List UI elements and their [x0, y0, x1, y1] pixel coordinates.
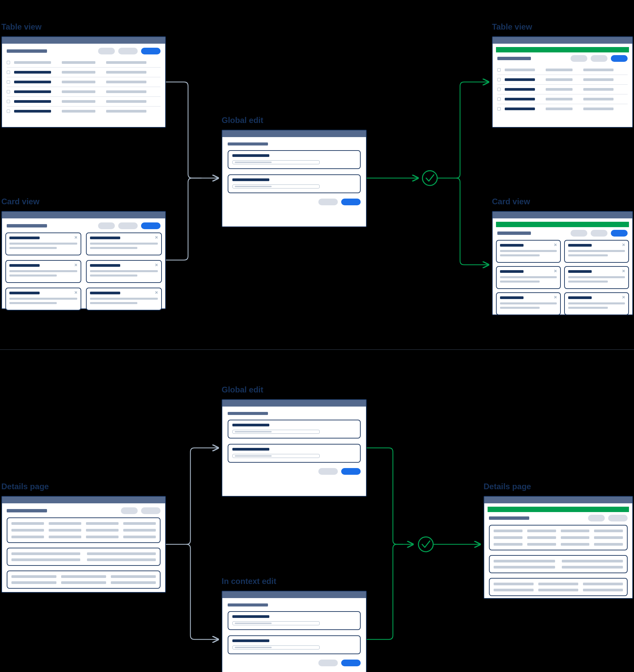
card[interactable]: [564, 292, 629, 315]
close-icon[interactable]: [155, 263, 158, 267]
checkbox[interactable]: [7, 100, 10, 103]
details-block: [489, 555, 628, 573]
save-button[interactable]: [341, 468, 361, 475]
action-pill[interactable]: [591, 230, 608, 236]
checkbox[interactable]: [7, 61, 10, 64]
titlebar: [222, 130, 366, 137]
text-input[interactable]: [233, 160, 320, 164]
action-pill[interactable]: [118, 48, 138, 54]
details-block: [7, 548, 161, 566]
close-icon[interactable]: [622, 243, 625, 246]
action-pill[interactable]: [141, 507, 161, 514]
close-icon[interactable]: [74, 236, 77, 239]
details-content: [484, 525, 632, 596]
action-pill[interactable]: [118, 223, 138, 229]
close-icon[interactable]: [554, 296, 557, 299]
card[interactable]: [496, 292, 561, 315]
action-pill[interactable]: [570, 230, 587, 236]
form-title-placeholder: [228, 603, 268, 606]
card[interactable]: [496, 266, 561, 289]
text-input[interactable]: [233, 454, 320, 458]
form-actions: [228, 468, 361, 475]
form-actions: [228, 199, 361, 205]
save-button[interactable]: [341, 659, 361, 666]
details-block: [489, 578, 628, 596]
close-icon[interactable]: [622, 270, 625, 273]
primary-action-pill[interactable]: [611, 55, 628, 62]
primary-action-pill[interactable]: [141, 223, 161, 229]
details-block: [7, 517, 161, 543]
label-table-view-right: Table view: [492, 22, 532, 31]
table-header-row: [497, 65, 628, 75]
cancel-button[interactable]: [318, 199, 338, 205]
table-row[interactable]: [7, 87, 161, 97]
checkbox[interactable]: [7, 90, 10, 93]
primary-action-pill[interactable]: [141, 48, 161, 54]
checkbox[interactable]: [7, 71, 10, 74]
form-title-placeholder: [228, 412, 268, 415]
table-row[interactable]: [7, 97, 161, 107]
close-icon[interactable]: [554, 270, 557, 273]
table-row[interactable]: [497, 104, 628, 114]
cancel-button[interactable]: [318, 468, 338, 475]
close-icon[interactable]: [74, 291, 77, 294]
text-input[interactable]: [233, 621, 320, 625]
action-pill[interactable]: [591, 55, 608, 62]
table-row[interactable]: [7, 107, 161, 116]
table-row[interactable]: [7, 68, 161, 77]
checkbox[interactable]: [497, 68, 501, 72]
action-pill[interactable]: [570, 55, 587, 62]
checkbox[interactable]: [7, 80, 10, 84]
card[interactable]: [564, 266, 629, 289]
titlebar: [222, 592, 366, 598]
save-button[interactable]: [341, 199, 361, 205]
label-card-view-left: Card view: [1, 197, 39, 206]
table-row[interactable]: [497, 75, 628, 85]
titlebar: [2, 212, 165, 218]
action-pill[interactable]: [608, 515, 628, 522]
close-icon[interactable]: [155, 236, 158, 239]
form-field: [228, 444, 361, 463]
close-icon[interactable]: [74, 263, 77, 267]
label-in-context-edit: In context edit: [222, 577, 276, 586]
checkbox[interactable]: [497, 78, 501, 81]
close-icon[interactable]: [554, 243, 557, 246]
card[interactable]: [86, 260, 162, 283]
details-block: [489, 525, 628, 550]
table-row[interactable]: [497, 85, 628, 94]
table-row[interactable]: [497, 94, 628, 104]
card[interactable]: [496, 240, 561, 263]
table-row[interactable]: [7, 77, 161, 87]
cancel-button[interactable]: [318, 659, 338, 666]
text-input[interactable]: [233, 430, 320, 434]
titlebar: [493, 212, 632, 218]
close-icon[interactable]: [622, 296, 625, 299]
checkbox[interactable]: [7, 110, 10, 113]
titlebar: [2, 496, 165, 503]
form-wireframe: [222, 598, 366, 671]
card[interactable]: [5, 260, 81, 283]
text-input[interactable]: [233, 646, 320, 649]
checkbox[interactable]: [497, 97, 501, 101]
checkbox[interactable]: [497, 107, 501, 111]
card[interactable]: [5, 233, 81, 255]
action-pill[interactable]: [121, 507, 138, 514]
panel-details-left: [1, 496, 166, 593]
card-grid: [2, 233, 165, 310]
card[interactable]: [86, 233, 162, 255]
action-pill[interactable]: [588, 515, 605, 522]
text-input[interactable]: [233, 184, 320, 188]
form-field: [228, 175, 361, 193]
success-banner: [496, 222, 629, 227]
primary-action-pill[interactable]: [611, 230, 628, 236]
card[interactable]: [5, 287, 81, 310]
card[interactable]: [564, 240, 629, 263]
action-pill[interactable]: [98, 223, 115, 229]
card[interactable]: [86, 287, 162, 310]
close-icon[interactable]: [155, 291, 158, 294]
success-banner: [496, 47, 629, 52]
panel-header-row: [493, 52, 632, 65]
checkbox[interactable]: [497, 88, 501, 91]
action-pill[interactable]: [98, 48, 115, 54]
panel-card-view-right: [492, 211, 633, 315]
